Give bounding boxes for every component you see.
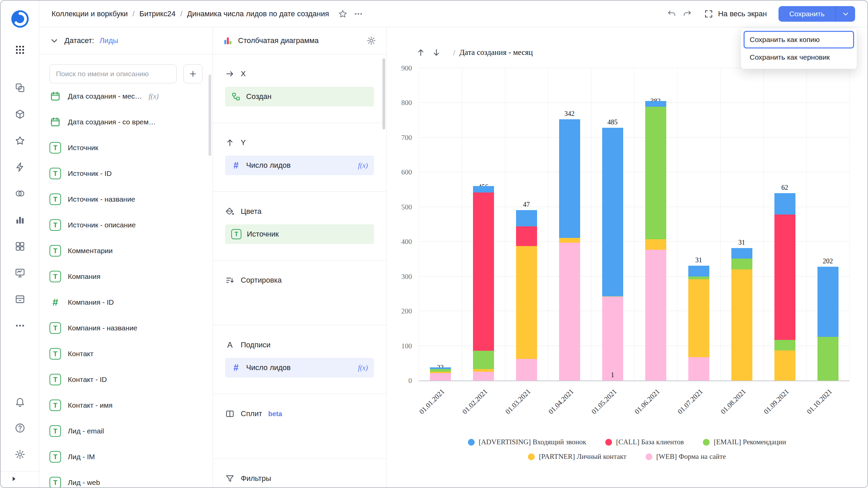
dataset-field[interactable]: TИсточник - название (39, 186, 213, 212)
dataset-collapse-button[interactable] (50, 36, 59, 45)
save-menu-item[interactable]: Сохранить как копию (744, 31, 854, 48)
dataset-scrollbar-thumb[interactable] (209, 75, 211, 156)
bar-segment-email[interactable] (817, 337, 839, 381)
add-field-button[interactable] (183, 64, 202, 83)
dataset-field[interactable]: TКомпания - название (39, 315, 213, 341)
breadcrumb-item[interactable]: Коллекции и воркбуки (52, 9, 128, 18)
bar-segment-web[interactable] (430, 373, 451, 381)
dataset-field[interactable]: TКонтакт - имя (39, 392, 213, 418)
bar-segment-email[interactable] (430, 369, 451, 372)
field-pill[interactable]: TИсточник (225, 224, 374, 244)
bar-segment-advertising[interactable] (559, 119, 580, 238)
more-actions-button[interactable] (351, 6, 366, 22)
rail-help-button[interactable] (9, 417, 31, 439)
column-chart-type-icon[interactable] (223, 36, 233, 45)
legend-item[interactable]: [CALL] База клиентов (605, 438, 684, 446)
bar-segment-web[interactable] (559, 243, 580, 381)
bar-segment-partner[interactable] (473, 369, 494, 372)
dataset-field[interactable]: TКомментарии (39, 238, 213, 264)
drill-up-button[interactable] (413, 45, 429, 60)
config-section-split[interactable]: Сплитbeta (213, 394, 386, 459)
legend-item[interactable]: [PARTNER] Личный контакт (528, 452, 626, 461)
rail-favorites-button[interactable] (9, 129, 31, 152)
rail-more-button[interactable] (9, 314, 31, 337)
datalens-logo[interactable] (11, 9, 29, 28)
bar-segment-advertising[interactable] (688, 266, 709, 277)
bar-segment-partner[interactable] (559, 238, 580, 243)
rail-editor-button[interactable] (9, 262, 31, 284)
bar-segment-email[interactable] (731, 259, 752, 269)
legend-item[interactable]: [EMAIL] Рекомендации (703, 438, 786, 446)
bar-segment-advertising[interactable] (602, 128, 623, 296)
dataset-field[interactable]: TИсточник - описание (39, 212, 213, 238)
undo-button[interactable] (664, 6, 679, 22)
bar-segment-web[interactable] (645, 250, 666, 381)
bar-segment-partner[interactable] (430, 372, 451, 373)
bar-segment-advertising[interactable] (817, 267, 839, 337)
bar-segment-email[interactable] (688, 277, 709, 279)
bar-segment-email[interactable] (774, 340, 795, 350)
dataset-name-link[interactable]: Лиды (99, 36, 118, 45)
bar-segment-partner[interactable] (645, 239, 666, 250)
rail-apps-grid-button[interactable] (9, 39, 31, 61)
field-search-input[interactable] (50, 64, 177, 83)
bar-segment-email[interactable] (645, 107, 666, 239)
expand-sidebar-button[interactable] (10, 475, 18, 484)
rail-pages-button[interactable] (9, 77, 31, 99)
bar-segment-email[interactable] (473, 351, 494, 369)
rail-charts-button[interactable] (9, 209, 31, 231)
rail-settings-button[interactable] (9, 443, 31, 466)
rail-datasets-button[interactable] (9, 182, 31, 205)
dataset-field[interactable]: #Компания - ID (39, 289, 213, 315)
field-pill[interactable]: #Число лидовf(x) (225, 358, 374, 378)
bar-segment-advertising[interactable] (430, 367, 451, 369)
bar-segment-call[interactable] (774, 215, 795, 340)
save-dropdown-toggle[interactable] (835, 6, 855, 22)
chart-settings-gear-button[interactable] (367, 36, 376, 45)
bar-segment-call[interactable] (473, 192, 494, 351)
config-section-colors[interactable]: ЦветаTИсточник (213, 192, 386, 261)
breadcrumb-item[interactable]: Динамика числа лидов по дате создания (187, 9, 329, 18)
bar-segment-advertising[interactable] (516, 210, 537, 226)
breadcrumb-item[interactable]: Битрикс24 (139, 9, 176, 18)
bar-segment-partner[interactable] (688, 279, 709, 358)
bar-segment-advertising[interactable] (731, 248, 752, 259)
dataset-field[interactable]: TЛид - IM (39, 444, 213, 470)
config-section-y[interactable]: Y#Число лидовf(x) (213, 123, 386, 192)
legend-item[interactable]: [ADVERTISING] Входящий звонок (468, 438, 586, 446)
dataset-field[interactable]: TИсточник - ID (39, 161, 213, 186)
bar-segment-web[interactable] (516, 359, 537, 381)
dataset-field[interactable]: TКомпания (39, 264, 213, 289)
dataset-field[interactable]: Дата создания - мес…f(x) (39, 83, 213, 109)
bar-segment-web[interactable] (473, 372, 494, 381)
bar-segment-web[interactable] (602, 297, 623, 381)
config-section-sort[interactable]: Сортировка (213, 261, 386, 325)
bar-segment-advertising[interactable] (473, 186, 494, 192)
rail-collections-button[interactable] (9, 103, 31, 125)
rail-bell-button[interactable] (9, 390, 31, 413)
config-scrollbar-thumb[interactable] (382, 58, 385, 129)
rail-dashboards-button[interactable] (9, 235, 31, 258)
redo-button[interactable] (679, 6, 695, 22)
drill-path-label[interactable]: Дата создания - месяц (459, 48, 533, 57)
dataset-field[interactable]: TКонтакт (39, 341, 213, 367)
fullscreen-button[interactable]: На весь экран (704, 9, 767, 19)
config-section-labels[interactable]: AПодписи#Число лидовf(x) (213, 325, 386, 394)
field-pill[interactable]: #Число лидовf(x) (225, 156, 374, 175)
dataset-field[interactable]: TЛид - web (39, 470, 213, 487)
favorite-star-button[interactable] (335, 6, 351, 22)
bar-segment-web[interactable] (688, 357, 709, 381)
drill-down-button[interactable] (429, 45, 444, 60)
config-section-x[interactable]: XСоздан (213, 54, 386, 123)
bar-segment-advertising[interactable] (774, 193, 795, 215)
dataset-field[interactable]: TЛид - email (39, 418, 213, 444)
bar-segment-advertising[interactable] (645, 101, 666, 106)
config-section-filters[interactable]: Фильтры (213, 459, 386, 487)
save-menu-item[interactable]: Сохранить как черновик (744, 48, 854, 66)
field-pill[interactable]: Создан (225, 87, 374, 106)
legend-item[interactable]: [WEB] Форма на сайте (646, 452, 726, 461)
dataset-field[interactable]: TИсточник (39, 135, 213, 161)
dataset-field[interactable]: TКонтакт - ID (39, 367, 213, 392)
dataset-field[interactable]: Дата создания - со врем… (39, 109, 213, 135)
bar-segment-partner[interactable] (731, 269, 752, 381)
